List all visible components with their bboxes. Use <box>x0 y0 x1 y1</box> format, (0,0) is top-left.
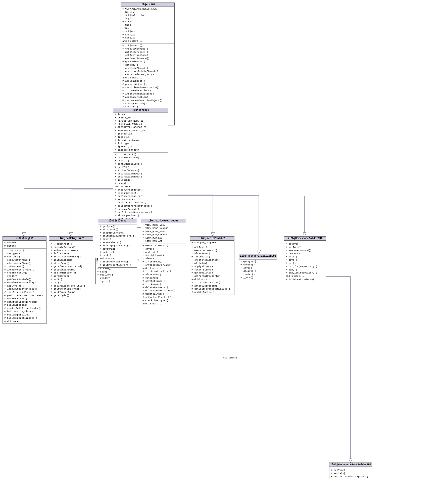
box-title-iObjectPluginGUI: ilObjectPluginGUI <box>49 237 93 241</box>
box-fields-iObjBlogGUI: # $month # $items <box>3 241 46 248</box>
box-iObjTestVerificationGUI: ilObjTestVerificationGUI + getType() + c… <box>239 254 277 280</box>
box-methods-iObjectPluginGUI: + __construct() + executeCommand() + add… <box>49 242 93 298</box>
box-iObjBlogGUI: ilObjBlogGUI # $month # $items + __const… <box>3 236 46 324</box>
box-title-iObjFileGUI: ilObjFileGUI <box>98 219 137 223</box>
svg-marker-7 <box>211 233 215 236</box>
box-methods-iObjTestVerificationGUI: + getType() + create() + save() + delive… <box>239 259 277 280</box>
svg-marker-8 <box>257 250 261 254</box>
box-methods-iObjBlogGUI: + __construct() + setType() + setTabs() … <box>3 248 46 324</box>
box-iObjLinkResourceGUI: ilObjLinkResourceGUI + VIEW_MODE_VIEW + … <box>141 219 186 306</box>
svg-marker-2 <box>22 233 26 236</box>
box-iObjWorkspaceRootFolderGUI: ilObjWorkspaceRootFolderGUI + getType() … <box>329 463 372 479</box>
box-methods-iObjMediaPoolGUI: + getType() + executeCommand() + afterSa… <box>190 245 234 295</box>
box-iObject2GUI: iObject2GUI + $tree + OBJECT_ID + REPOSI… <box>113 108 168 228</box>
box-title-iObjLinkResourceGUI: ilObjLinkResourceGUI <box>141 219 186 223</box>
box-title-iObject2GUI: iObject2GUI <box>113 108 168 112</box>
box-methods-iObjFileGUI: + getType() + afterSave() + executeComma… <box>98 224 137 267</box>
box-methods-iObjWorkspaceRootFolderGUI: + getType() + setTabs() + setTitleAndDes… <box>329 468 372 479</box>
box-title-iObjMediaPoolGUI: ilObjMediaPoolGUI <box>190 237 234 241</box>
box-iObjWorkspaceFolderGUI: ilObjWorkspaceFolderGUI + getType() + se… <box>284 236 326 282</box>
box-title-iObjTestVerificationGUI: ilObjTestVerificationGUI <box>239 254 277 258</box>
box-fields-iObjMediaPoolGUI: + $output_prepared <box>190 241 234 245</box>
box-fields-iObjLinkResourceGUI: + VIEW_MODE_VIEW + VIEW_MODE_MANAGE + VI… <box>141 223 186 244</box>
box-title-iObjWorkspaceRootFolderGUI: ilObjWorkspaceRootFolderGUI <box>329 463 372 467</box>
box-iObjectPluginGUI: ilObjectPluginGUI + __construct() + exec… <box>49 236 93 298</box>
box-iObjectGUI: iObjectGUI + COPY_WIZARD_NEEDS_PAGE + $a… <box>121 3 175 125</box>
box-iObjFileGUI: ilObjFileGUI + getType() + afterSave() +… <box>98 219 137 268</box>
box-iObjMediaPoolGUI: ilObjMediaPoolGUI + $output_prepared + g… <box>190 236 234 295</box>
mod-create-label: MOD CREATE <box>223 356 237 359</box>
svg-marker-9 <box>303 233 306 236</box>
svg-marker-10 <box>349 459 352 463</box>
box-methods-iObjWorkspaceFolderGUI: + getType() + setTabs() + executeCommand… <box>284 242 326 282</box>
box-methods-iObjLinkResourceGUI: + executeCommand() + save() + addLink() … <box>141 244 186 306</box>
box-fields-iObjectGUI: + COPY_WIZARD_NEEDS_PAGE + $alias + $obj… <box>121 7 174 43</box>
box-title-iObjectGUI: iObjectGUI <box>121 3 174 7</box>
box-methods-iObject2GUI: + __construct() + executeCommand() + del… <box>113 152 168 228</box>
diagram-container: iObjectGUI + COPY_WIZARD_NEEDS_PAGE + $a… <box>0 0 446 504</box>
box-fields-iObject2GUI: + $tree + OBJECT_ID + REPOSITORY_NODE_ID… <box>113 112 168 152</box>
box-title-iObjBlogGUI: ilObjBlogGUI <box>3 237 46 241</box>
box-title-iObjWorkspaceFolderGUI: ilObjWorkspaceFolderGUI <box>284 237 326 241</box>
svg-marker-3 <box>69 233 73 236</box>
